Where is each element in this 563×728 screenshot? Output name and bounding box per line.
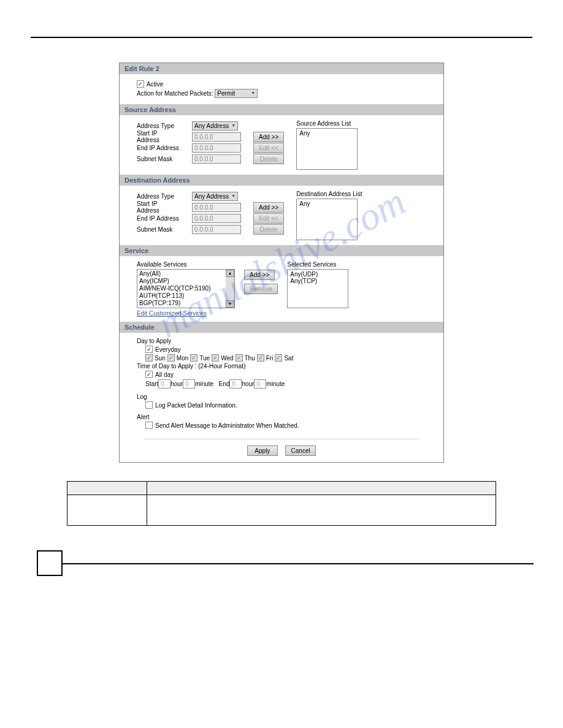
dst-end-ip-label: End IP Address <box>137 213 180 224</box>
edit-custom-services-link[interactable]: Edit Customized Services <box>137 310 207 317</box>
dst-edit-button[interactable]: Edit << <box>253 213 284 224</box>
end-minute-input[interactable]: 0 <box>254 379 266 389</box>
src-type-select[interactable]: Any Address <box>192 121 238 131</box>
schedule-header: Schedule <box>120 322 443 333</box>
header-rule <box>31 37 532 38</box>
footer-rule <box>61 563 534 564</box>
day-label: Sat <box>284 355 293 362</box>
allday-label: All day <box>155 371 174 378</box>
list-item[interactable]: AIM/NEW-ICQ(TCP:5190) <box>139 285 224 292</box>
src-end-ip-input[interactable]: 0.0.0.0 <box>192 143 241 153</box>
log-detail-checkbox[interactable] <box>145 401 153 409</box>
src-subnet-input[interactable]: 0.0.0.0 <box>192 154 241 164</box>
active-checkbox[interactable] <box>137 80 144 88</box>
end-hour-input[interactable]: 0 <box>229 379 242 389</box>
wed-checkbox[interactable] <box>212 354 219 362</box>
src-end-ip-label: End IP Address <box>137 142 180 153</box>
mon-checkbox[interactable] <box>167 354 175 362</box>
description-table <box>67 481 496 526</box>
table-cell <box>67 495 147 526</box>
allday-checkbox[interactable] <box>145 371 153 378</box>
hour-label: hour <box>170 381 183 387</box>
service-header: Service <box>120 245 443 256</box>
start-minute-input[interactable]: 0 <box>183 379 195 389</box>
day-label: Sun <box>155 355 166 362</box>
start-hour-input[interactable]: 0 <box>158 379 170 389</box>
list-item[interactable]: BGP(TCP:179) <box>139 300 224 307</box>
fri-checkbox[interactable] <box>257 354 264 362</box>
src-edit-button[interactable]: Edit << <box>253 143 284 153</box>
action-select[interactable]: Permit <box>215 89 258 98</box>
day-label: Fri <box>266 355 274 362</box>
sat-checkbox[interactable] <box>275 354 282 362</box>
thu-checkbox[interactable] <box>236 354 243 362</box>
firewall-rule-panel: manualshive.com Edit Rule 2 Active Actio… <box>119 63 444 463</box>
dst-list-title: Destination Address List <box>296 191 362 197</box>
dst-add-button[interactable]: Add >> <box>253 202 284 213</box>
service-remove-button[interactable]: Remove <box>244 284 278 294</box>
selected-services-list[interactable]: Any(UDP) Any(TCP) <box>287 269 348 308</box>
action-label: Action for Matched Packets: <box>137 90 213 97</box>
edit-rule-header: Edit Rule 2 <box>120 63 443 74</box>
source-header: Source Address <box>120 104 443 115</box>
alert-detail-label: Send Alert Message to Administrator When… <box>155 422 299 429</box>
avail-services-label: Available Services <box>137 261 235 268</box>
dst-delete-button[interactable]: Delete <box>253 224 284 235</box>
list-item[interactable]: Any(All) <box>139 270 224 278</box>
list-item[interactable]: AUTH(TCP:113) <box>139 292 224 300</box>
service-add-button[interactable]: Add >> <box>244 270 275 280</box>
src-add-button[interactable]: Add >> <box>253 132 284 142</box>
dst-start-ip-input[interactable]: 0.0.0.0 <box>192 203 241 212</box>
end-label: End <box>219 381 230 387</box>
log-label: Log <box>137 393 426 400</box>
src-list-title: Source Address List <box>296 120 358 127</box>
dest-header: Destination Address <box>120 175 443 186</box>
table-cell <box>147 495 496 526</box>
dst-type-select[interactable]: Any Address <box>192 192 238 201</box>
day-label: Tue <box>199 355 210 362</box>
everyday-checkbox[interactable] <box>145 346 153 353</box>
alert-checkbox[interactable] <box>145 422 153 429</box>
scroll-up-icon[interactable]: ▲ <box>226 270 234 277</box>
day-label: Thu <box>245 355 255 362</box>
apply-button[interactable]: Apply <box>247 446 278 456</box>
day-label: Mon <box>177 355 188 362</box>
dst-start-ip-label: Start IP Address <box>137 202 180 213</box>
dst-end-ip-input[interactable]: 0.0.0.0 <box>192 214 241 223</box>
dst-subnet-label: Subnet Mask <box>137 224 180 235</box>
src-start-ip-input[interactable]: 0.0.0.0 <box>192 132 241 142</box>
dst-subnet-input[interactable]: 0.0.0.0 <box>192 225 241 234</box>
sun-checkbox[interactable] <box>145 354 153 362</box>
page-number-box <box>37 550 63 576</box>
list-item[interactable]: Any(ICMP) <box>139 278 224 285</box>
start-label: Start <box>145 381 158 387</box>
minute-label: minute <box>266 381 285 387</box>
src-start-ip-label: Start IP Address <box>137 131 180 142</box>
list-item[interactable]: Any <box>299 200 354 207</box>
active-label: Active <box>147 81 163 88</box>
selected-services-label: Selected Services <box>287 261 348 268</box>
log-detail-label: Log Packet Detail Information. <box>155 402 237 409</box>
scrollbar[interactable]: ▲ ▼ <box>226 270 234 308</box>
dst-list[interactable]: Any <box>296 199 358 240</box>
src-delete-button[interactable]: Delete <box>253 154 284 164</box>
src-list[interactable]: Any <box>296 128 358 170</box>
day-to-apply-label: Day to Apply <box>137 338 426 344</box>
scroll-down-icon[interactable]: ▼ <box>226 300 234 308</box>
hour-label: hour <box>242 381 254 387</box>
src-subnet-label: Subnet Mask <box>137 153 180 164</box>
list-item[interactable]: Any(TCP) <box>290 278 345 284</box>
time-of-day-label: Time of Day to Apply : (24-Hour Format) <box>137 363 426 370</box>
day-label: Wed <box>221 355 233 362</box>
table-header <box>67 482 147 495</box>
list-item[interactable]: Any <box>299 130 354 137</box>
everyday-label: Everyday <box>155 346 181 353</box>
table-header <box>147 482 496 495</box>
cancel-button[interactable]: Cancel <box>285 446 316 456</box>
tue-checkbox[interactable] <box>190 354 197 362</box>
available-services-list[interactable]: Any(All) Any(ICMP) AIM/NEW-ICQ(TCP:5190)… <box>137 269 235 308</box>
list-item[interactable]: Any(UDP) <box>290 271 345 278</box>
minute-label: minute <box>195 381 213 387</box>
alert-label: Alert <box>137 414 426 420</box>
